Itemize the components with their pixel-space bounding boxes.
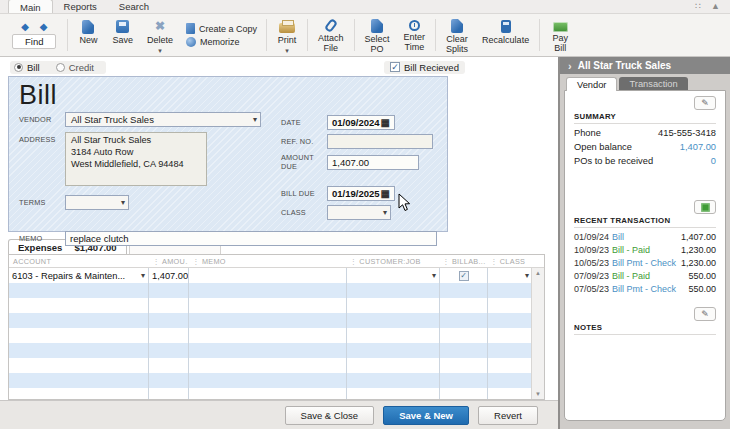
empty-expense-row[interactable] — [9, 313, 544, 328]
column-header[interactable]: ⋮MEMO — [188, 255, 345, 268]
bill-radio[interactable] — [14, 63, 23, 72]
table-cell[interactable] — [347, 358, 440, 373]
bill-due-field[interactable]: 01/19/2025 ▦ — [327, 186, 395, 201]
table-cell[interactable] — [440, 373, 488, 388]
edit-vendor-button[interactable]: ✎ — [694, 96, 716, 110]
table-cell[interactable] — [149, 388, 189, 400]
table-cell[interactable] — [440, 298, 488, 313]
table-cell[interactable] — [9, 283, 149, 298]
print-button[interactable]: Print ▾ — [270, 16, 304, 54]
calendar-icon[interactable]: ▦ — [381, 189, 390, 199]
table-cell[interactable] — [347, 313, 440, 328]
attach-file-button[interactable]: Attach File — [311, 16, 351, 54]
table-cell[interactable] — [189, 373, 347, 388]
transaction-row[interactable]: 10/09/23Bill - Paid1,230.00 — [574, 245, 716, 255]
class-select[interactable]: ▾ — [327, 205, 391, 220]
table-cell[interactable] — [149, 343, 189, 358]
table-cell[interactable] — [9, 298, 149, 313]
amount-due-field[interactable]: 1,407.00 — [327, 155, 419, 170]
memo-cell[interactable] — [189, 268, 347, 283]
save-new-button[interactable]: Save & New — [383, 406, 469, 425]
table-cell[interactable] — [9, 358, 149, 373]
class-cell[interactable]: ▾ — [488, 268, 533, 283]
customer-job-cell[interactable]: ▾ — [347, 268, 440, 283]
table-cell[interactable] — [347, 283, 440, 298]
menu-tab-search[interactable]: Search — [108, 0, 160, 13]
table-cell[interactable] — [189, 343, 347, 358]
column-header[interactable]: ⋮AMOU... — [148, 255, 188, 268]
create-copy-button[interactable]: Create a Copy — [186, 23, 257, 34]
table-cell[interactable] — [488, 283, 533, 298]
table-cell[interactable] — [149, 358, 189, 373]
table-cell[interactable] — [9, 313, 149, 328]
menu-tab-main[interactable]: Main — [8, 0, 53, 13]
empty-expense-row[interactable] — [9, 358, 544, 373]
recalculate-button[interactable]: Recalculate — [475, 16, 536, 54]
empty-expense-row[interactable] — [9, 328, 544, 343]
table-cell[interactable] — [149, 373, 189, 388]
enter-time-button[interactable]: Enter Time — [397, 16, 433, 54]
bill-received-checkbox[interactable]: ✓ Bill Recieved — [384, 61, 465, 74]
memorize-button[interactable]: Memorize — [186, 37, 257, 47]
table-cell[interactable] — [488, 388, 533, 400]
table-cell[interactable] — [189, 313, 347, 328]
save-close-button[interactable]: Save & Close — [285, 406, 375, 425]
account-cell[interactable]: 6103 - Repairs & Mainten...▾ — [9, 268, 149, 283]
table-cell[interactable] — [347, 298, 440, 313]
table-cell[interactable] — [347, 328, 440, 343]
table-cell[interactable] — [189, 328, 347, 343]
back-forward-icons[interactable]: ◆ ◆ — [17, 22, 51, 32]
vendor-select[interactable]: All Star Truck Sales ▾ — [65, 112, 261, 127]
table-cell[interactable] — [347, 343, 440, 358]
edit-notes-button[interactable]: ✎ — [694, 307, 716, 321]
table-cell[interactable] — [189, 388, 347, 400]
transaction-type-link[interactable]: Bill - Paid — [612, 271, 688, 281]
table-cell[interactable] — [488, 343, 533, 358]
empty-expense-row[interactable] — [9, 373, 544, 388]
calendar-icon[interactable]: ▦ — [381, 118, 390, 128]
table-cell[interactable] — [9, 343, 149, 358]
table-cell[interactable] — [488, 328, 533, 343]
amount-cell[interactable]: 1,407.00 — [149, 268, 189, 283]
table-cell[interactable] — [347, 388, 440, 400]
transaction-type-link[interactable]: Bill - Paid — [612, 245, 681, 255]
empty-expense-row[interactable] — [9, 298, 544, 313]
empty-expense-row[interactable] — [9, 388, 544, 400]
transaction-row[interactable]: 07/05/23Bill Pmt - Check550.00 — [574, 284, 716, 294]
column-header[interactable]: ⋮BILLAB... — [438, 255, 486, 268]
memo-input[interactable]: replace clutch — [65, 231, 437, 246]
table-cell[interactable] — [189, 298, 347, 313]
transaction-row[interactable]: 01/09/24Bill1,407.00 — [574, 232, 716, 242]
billable-checkbox[interactable]: ✓ — [459, 271, 469, 281]
table-cell[interactable] — [440, 388, 488, 400]
billable-cell[interactable]: ✓ — [440, 268, 488, 283]
column-header[interactable]: ⋮CLASS — [486, 255, 531, 268]
ref-no-field[interactable] — [327, 134, 433, 149]
empty-expense-row[interactable] — [9, 343, 544, 358]
expand-window-icon[interactable]: ∷ — [695, 1, 701, 11]
vendor-panel-header[interactable]: › All Star Truck Sales — [560, 57, 730, 74]
pos-to-receive-link[interactable]: 0 — [711, 156, 716, 166]
table-cell[interactable] — [488, 373, 533, 388]
table-cell[interactable] — [440, 328, 488, 343]
tab-transaction[interactable]: Transaction — [619, 77, 687, 91]
column-header[interactable]: ⋮CUSTOMER:JOB — [346, 255, 439, 268]
find-label[interactable]: Find — [12, 34, 56, 49]
empty-expense-row[interactable] — [9, 283, 544, 298]
table-cell[interactable] — [440, 343, 488, 358]
table-cell[interactable] — [488, 358, 533, 373]
quick-report-button[interactable] — [694, 200, 716, 214]
table-cell[interactable] — [189, 358, 347, 373]
table-cell[interactable] — [149, 328, 189, 343]
find-button[interactable]: ◆ ◆ Find — [4, 16, 64, 54]
transaction-type-link[interactable]: Bill Pmt - Check — [612, 284, 688, 294]
transaction-row[interactable]: 07/09/23Bill - Paid550.00 — [574, 271, 716, 281]
date-field[interactable]: 01/09/2024 ▦ — [327, 115, 395, 130]
clear-splits-button[interactable]: Clear Splits — [439, 16, 475, 54]
table-cell[interactable] — [440, 358, 488, 373]
scroll-down-icon[interactable]: ▼ — [535, 391, 541, 397]
transaction-type-link[interactable]: Bill Pmt - Check — [612, 258, 681, 268]
new-button[interactable]: New — [71, 16, 105, 54]
scroll-up-icon[interactable]: ▲ — [535, 270, 541, 276]
credit-radio[interactable] — [56, 63, 65, 72]
